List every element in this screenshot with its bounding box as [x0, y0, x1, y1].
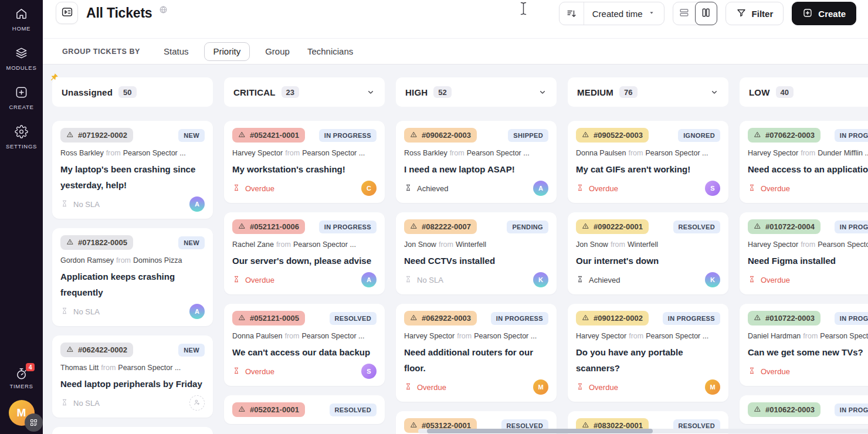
tab-technicians[interactable]: Technicians [307, 46, 353, 56]
assign-technician-button[interactable] [189, 395, 205, 411]
kanban-view-button[interactable] [695, 2, 717, 25]
ticket-id-pill[interactable]: #052421-0001 [232, 128, 305, 143]
assignee-avatar[interactable]: A [533, 181, 548, 196]
ticket-card[interactable]: #090622-0003 SHIPPED Ross BarkleyfromPea… [396, 121, 557, 203]
list-view-button[interactable] [673, 2, 696, 25]
hourglass-icon [60, 307, 69, 317]
user-avatar[interactable]: M [9, 400, 35, 426]
hourglass-icon [404, 184, 412, 194]
ticket-id-pill[interactable]: #010622-0003 [748, 402, 820, 417]
ticket-id-pill[interactable]: #052121-0005 [232, 311, 305, 326]
sidebar-item-modules[interactable]: MODULES [6, 46, 37, 71]
ticket-card[interactable]: #090122-0002 IN PROGRESS Harvey Spectorf… [568, 304, 728, 402]
ticket-card[interactable]: #062922-0003 IN PROGRESS Harvey Spectorf… [396, 304, 557, 402]
ticket-card-top: #082222-0007 PENDING [404, 219, 548, 234]
ticket-id-pill[interactable]: #090122-0002 [576, 311, 649, 326]
horizontal-scrollbar-track[interactable] [418, 429, 868, 433]
assignee-avatar[interactable]: A [189, 196, 205, 212]
ticket-card[interactable]: #070622-0003 IN PROGRESS Harvey Spectorf… [740, 121, 868, 203]
ticket-card-bottom: Overdue [748, 364, 868, 379]
ticket-card[interactable]: #010622-0003 IN PROGRESS [740, 395, 868, 424]
column-header[interactable]: CRITICAL 23 [224, 77, 385, 107]
ticket-view-button[interactable] [56, 2, 78, 24]
ticket-id-pill[interactable]: #062922-0003 [404, 311, 477, 326]
ticket-card[interactable]: #052121-0005 RESOLVED Donna PaulsenfromP… [224, 304, 385, 386]
ticket-id-pill[interactable]: #052021-0001 [232, 402, 305, 417]
ticket-card[interactable]: #052421-0001 IN PROGRESS Harvey Spectorf… [224, 121, 385, 203]
requester-company: Pearson Spector ... [301, 332, 364, 340]
chevron-down-icon[interactable] [366, 87, 375, 97]
ticket-id-pill[interactable]: #010722-0004 [748, 219, 820, 234]
sla-status: Overdue [232, 184, 274, 194]
filter-button[interactable]: Filter [725, 2, 784, 25]
assignee-avatar[interactable]: C [361, 181, 377, 196]
sla-status: Overdue [576, 184, 618, 194]
sidebar-item-home[interactable]: HOME [6, 7, 37, 32]
ticket-card[interactable]: #090622-0002 NEW [52, 427, 213, 434]
column-header[interactable]: Unassigned 50 [52, 77, 213, 107]
column-header[interactable]: HIGH 52 [396, 77, 557, 107]
assignee-avatar[interactable]: M [533, 379, 548, 395]
ticket-id-pill[interactable]: #090622-0003 [404, 128, 477, 143]
sla-status: Overdue [576, 382, 618, 392]
ticket-card-top: #052421-0001 IN PROGRESS [232, 128, 377, 143]
assignee-avatar[interactable]: A [189, 304, 205, 319]
column-header[interactable]: MEDIUM 76 [568, 77, 728, 107]
tab-group[interactable]: Group [265, 46, 290, 56]
chevron-down-icon[interactable] [710, 87, 719, 97]
sidebar-item-timers[interactable]: 4 TIMERS [9, 367, 33, 389]
column-header[interactable]: LOW 40 [740, 77, 868, 107]
ticket-id-pill[interactable]: #062422-0002 [60, 343, 133, 357]
ticket-id-pill[interactable]: #010722-0003 [748, 311, 820, 326]
ticket-card[interactable]: #082222-0007 PENDING Jon SnowfromWinterf… [396, 212, 557, 294]
ticket-card[interactable]: #010722-0003 IN PROGRESS Daniel Hardmanf… [740, 304, 868, 386]
from-label: from [628, 149, 643, 157]
warning-icon [410, 314, 418, 323]
globe-icon[interactable] [159, 5, 168, 16]
hourglass-icon [748, 367, 756, 377]
chevron-down-icon[interactable] [538, 87, 547, 97]
warning-icon [754, 131, 761, 140]
horizontal-scrollbar-thumb[interactable] [427, 429, 653, 433]
tab-status[interactable]: Status [164, 46, 189, 56]
sidebar-item-create[interactable]: CREATE [6, 86, 37, 110]
sidebar-item-settings[interactable]: SETTINGS [6, 125, 37, 150]
board-column-unassigned: Unassigned 50 #071922-0002 NEW Ross Bark… [52, 77, 213, 434]
ticket-id: #071922-0002 [78, 131, 127, 140]
create-button[interactable]: Create [792, 2, 856, 25]
ticket-id-pill[interactable]: #052121-0006 [232, 219, 305, 234]
ticket-card[interactable]: #071822-0005 NEW Gordon RamseyfromDomino… [52, 228, 213, 326]
assignee-avatar[interactable]: K [533, 272, 548, 287]
ticket-card[interactable]: #010722-0004 IN PROGRESS Harvey Spectorf… [740, 212, 868, 294]
assignee-avatar[interactable]: K [705, 272, 720, 287]
assignee-avatar[interactable]: S [705, 181, 720, 196]
assignee-avatar[interactable]: M [705, 379, 720, 395]
ticket-card[interactable]: #090222-0001 RESOLVED Jon SnowfromWinter… [568, 212, 728, 294]
ticket-subject: Application keeps crashing frequently [60, 269, 205, 300]
assignee-avatar[interactable]: S [361, 364, 377, 379]
ticket-id-pill[interactable]: #070622-0003 [748, 128, 820, 143]
column-count-badge: 76 [619, 86, 637, 98]
ticket-id-pill[interactable]: #071822-0005 [60, 235, 133, 250]
ticket-card[interactable]: #090522-0003 IGNORED Donna PaulsenfromPe… [568, 121, 728, 203]
ticket-card-bottom: Overdue M [404, 379, 548, 395]
ticket-subject: Do you have any portable scanners? [576, 344, 720, 376]
tab-priority[interactable]: Priority [204, 42, 250, 61]
ticket-card[interactable]: #052121-0006 IN PROGRESS Rachel Zanefrom… [224, 212, 385, 294]
home-icon [15, 7, 28, 23]
ticket-card[interactable]: #052021-0001 RESOLVED [224, 395, 385, 424]
ticket-status-badge: NEW [178, 344, 205, 357]
ticket-id-pill[interactable]: #082222-0007 [404, 219, 477, 234]
ticket-card[interactable]: #071922-0002 NEW Ross BarkleyfromPearson… [52, 121, 213, 219]
qr-scan-icon[interactable] [25, 413, 43, 432]
sidebar-nav: HOME MODULES CREATE SETTINGS [6, 7, 37, 150]
ticket-id-pill[interactable]: #090522-0003 [576, 128, 649, 143]
requester-name: Rachel Zane [232, 240, 274, 249]
ticket-id-pill[interactable]: #090222-0001 [576, 219, 649, 234]
group-by-tabs: Status Priority Group Technicians [164, 42, 353, 61]
ticket-id-pill[interactable]: #071922-0002 [60, 128, 133, 143]
sla-label: Overdue [245, 184, 274, 193]
ticket-card[interactable]: #062422-0002 NEW Thomas LittfromPearson … [52, 335, 213, 418]
sort-dropdown[interactable]: Created time [559, 2, 664, 25]
assignee-avatar[interactable]: A [361, 272, 377, 287]
